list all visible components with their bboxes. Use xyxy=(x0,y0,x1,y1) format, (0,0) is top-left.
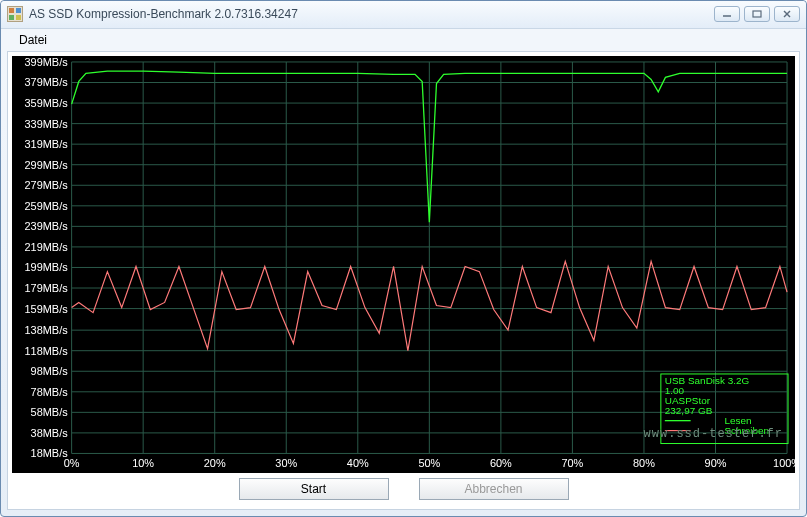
svg-text:199MB/s: 199MB/s xyxy=(25,261,69,273)
svg-text:20%: 20% xyxy=(204,457,226,469)
window-title: AS SSD Kompression-Benchmark 2.0.7316.34… xyxy=(29,7,714,21)
svg-text:98MB/s: 98MB/s xyxy=(31,365,69,377)
svg-text:359MB/s: 359MB/s xyxy=(25,97,69,109)
svg-rect-3 xyxy=(16,15,21,20)
svg-text:239MB/s: 239MB/s xyxy=(25,220,69,232)
svg-text:299MB/s: 299MB/s xyxy=(25,158,69,170)
svg-text:319MB/s: 319MB/s xyxy=(25,138,69,150)
content-panel: 399MB/s379MB/s359MB/s339MB/s319MB/s299MB… xyxy=(7,51,800,510)
maximize-button[interactable] xyxy=(744,6,770,22)
abort-button[interactable]: Abbrechen xyxy=(419,478,569,500)
svg-text:179MB/s: 179MB/s xyxy=(25,282,69,294)
svg-text:80%: 80% xyxy=(633,457,655,469)
svg-text:58MB/s: 58MB/s xyxy=(31,406,69,418)
menubar: Datei xyxy=(1,29,806,51)
svg-text:118MB/s: 118MB/s xyxy=(25,344,69,356)
svg-text:379MB/s: 379MB/s xyxy=(25,76,69,88)
svg-text:30%: 30% xyxy=(275,457,297,469)
svg-rect-0 xyxy=(9,8,14,13)
svg-text:Schreiben: Schreiben xyxy=(724,424,769,435)
svg-text:0%: 0% xyxy=(64,457,80,469)
close-button[interactable] xyxy=(774,6,800,22)
svg-text:159MB/s: 159MB/s xyxy=(25,302,69,314)
svg-text:399MB/s: 399MB/s xyxy=(25,56,69,68)
svg-text:232,97 GB: 232,97 GB xyxy=(665,404,713,415)
button-row: Start Abbrechen xyxy=(12,473,795,505)
svg-text:138MB/s: 138MB/s xyxy=(25,324,69,336)
menu-file[interactable]: Datei xyxy=(11,31,55,49)
svg-rect-2 xyxy=(9,15,14,20)
compression-chart: 399MB/s379MB/s359MB/s339MB/s319MB/s299MB… xyxy=(12,56,795,473)
svg-text:100%: 100% xyxy=(773,457,795,469)
app-icon xyxy=(7,6,23,22)
chart-area: 399MB/s379MB/s359MB/s339MB/s319MB/s299MB… xyxy=(12,56,795,473)
svg-text:78MB/s: 78MB/s xyxy=(31,385,69,397)
start-button[interactable]: Start xyxy=(239,478,389,500)
svg-text:60%: 60% xyxy=(490,457,512,469)
svg-text:259MB/s: 259MB/s xyxy=(25,199,69,211)
svg-text:70%: 70% xyxy=(561,457,583,469)
svg-text:10%: 10% xyxy=(132,457,154,469)
svg-text:50%: 50% xyxy=(418,457,440,469)
svg-rect-1 xyxy=(16,8,21,13)
window-controls xyxy=(714,6,800,22)
app-window: AS SSD Kompression-Benchmark 2.0.7316.34… xyxy=(0,0,807,517)
svg-text:90%: 90% xyxy=(705,457,727,469)
svg-text:279MB/s: 279MB/s xyxy=(25,179,69,191)
titlebar: AS SSD Kompression-Benchmark 2.0.7316.34… xyxy=(1,1,806,29)
svg-rect-5 xyxy=(753,11,761,17)
svg-text:219MB/s: 219MB/s xyxy=(25,241,69,253)
svg-text:40%: 40% xyxy=(347,457,369,469)
minimize-button[interactable] xyxy=(714,6,740,22)
svg-text:38MB/s: 38MB/s xyxy=(31,427,69,439)
svg-text:18MB/s: 18MB/s xyxy=(31,447,69,459)
svg-text:339MB/s: 339MB/s xyxy=(25,117,69,129)
